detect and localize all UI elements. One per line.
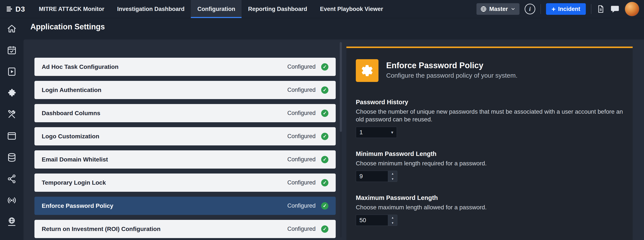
- status-text: Configured: [287, 202, 316, 209]
- nav-item-label: Investigation Dashboard: [117, 6, 184, 13]
- home-icon[interactable]: [7, 24, 17, 34]
- settings-list-item[interactable]: Enforce Password Policy Configured ✓: [34, 197, 336, 215]
- status-text: Configured: [287, 179, 316, 186]
- status-text: Configured: [287, 87, 316, 93]
- tools-icon[interactable]: [7, 109, 17, 119]
- nav-item[interactable]: Event Playbook Viewer: [314, 0, 390, 18]
- settings-list-item[interactable]: Email Domain Whitelist Configured ✓: [34, 150, 336, 169]
- settings-list-item[interactable]: Logo Customization Configured ✓: [34, 127, 336, 145]
- field-description: Choose maximum length allowed for a pass…: [356, 203, 623, 211]
- detail-panel: Enforce Password Policy Configure the pa…: [346, 47, 633, 240]
- spin-down-icon[interactable]: ▼: [388, 220, 397, 226]
- settings-item-label: Email Domain Whitelist: [42, 156, 108, 163]
- spin-up-icon[interactable]: ▲: [388, 171, 397, 176]
- check-icon: ✓: [321, 109, 328, 117]
- settings-list: Ad Hoc Task Configuration Configured ✓ L…: [34, 58, 336, 238]
- top-navigation: MITRE ATT&CK Monitor Investigation Dashb…: [32, 0, 390, 18]
- settings-list-item[interactable]: Ad Hoc Task Configuration Configured ✓: [34, 58, 336, 76]
- top-bar: D3 MITRE ATT&CK Monitor Investigation Da…: [0, 0, 644, 18]
- topbar-right-tools: Master i + Incident: [476, 2, 644, 16]
- nav-item-label: Reporting Dashboard: [248, 6, 307, 13]
- database-icon[interactable]: [7, 153, 17, 162]
- field-label: Password History: [356, 99, 623, 106]
- number-spinner: ▲ ▼: [388, 171, 397, 182]
- share-icon[interactable]: [7, 174, 17, 184]
- detail-header: Enforce Password Policy Configure the pa…: [356, 59, 623, 82]
- caret-down-icon: ▾: [391, 130, 393, 135]
- playbook-icon[interactable]: [7, 67, 17, 77]
- dropdown-select[interactable]: 1 ▾: [356, 127, 397, 138]
- check-icon: ✓: [321, 225, 328, 233]
- incident-label: Incident: [558, 6, 580, 13]
- document-icon[interactable]: [596, 5, 605, 13]
- chat-icon[interactable]: [610, 4, 620, 14]
- puzzle-icon[interactable]: [7, 88, 17, 98]
- user-avatar[interactable]: [625, 2, 639, 16]
- settings-item-label: Ad Hoc Task Configuration: [42, 63, 118, 70]
- app-logo[interactable]: D3: [0, 5, 32, 13]
- info-icon[interactable]: i: [524, 4, 535, 14]
- gear-icon: [356, 59, 378, 82]
- settings-list-item[interactable]: Dashboard Columns Configured ✓: [34, 104, 336, 122]
- settings-list-item[interactable]: Temporary Login Lock Configured ✓: [34, 174, 336, 192]
- detail-title: Enforce Password Policy: [386, 61, 518, 70]
- nav-item-label: MITRE ATT&CK Monitor: [39, 6, 104, 13]
- field-control: ▲ ▼: [356, 215, 623, 226]
- settings-list-item[interactable]: Login Authentication Configured ✓: [34, 81, 336, 99]
- status-text: Configured: [287, 63, 316, 70]
- settings-list-item[interactable]: Return on Investment (ROI) Configuration…: [34, 220, 336, 238]
- plus-icon: +: [552, 6, 556, 13]
- field-block: Maximum Password Length Choose maximum l…: [356, 194, 623, 226]
- status-text: Configured: [287, 133, 316, 140]
- content-area: Ad Hoc Task Configuration Configured ✓ L…: [24, 40, 644, 240]
- scrollbar-thumb[interactable]: [340, 42, 342, 132]
- detail-header-text: Enforce Password Policy Configure the pa…: [386, 59, 518, 79]
- detail-fields: Password History Choose the number of un…: [356, 99, 623, 226]
- field-label: Maximum Password Length: [356, 194, 623, 201]
- field-label: Minimum Password Length: [356, 150, 623, 157]
- field-description: Choose minimum length required for a pas…: [356, 160, 623, 167]
- master-label: Master: [489, 6, 508, 13]
- number-input[interactable]: [356, 171, 388, 182]
- check-icon: ✓: [321, 156, 328, 163]
- chevron-down-icon: [510, 7, 516, 12]
- nav-item[interactable]: Investigation Dashboard: [110, 0, 191, 18]
- globe-underline-icon[interactable]: [7, 217, 17, 227]
- settings-item-label: Login Authentication: [42, 87, 102, 93]
- nav-item[interactable]: Configuration: [191, 0, 242, 18]
- spin-down-icon[interactable]: ▼: [388, 176, 397, 182]
- window-icon[interactable]: [7, 131, 17, 141]
- check-icon: ✓: [321, 179, 328, 186]
- dropdown-value: 1: [360, 129, 363, 136]
- field-control: ▲ ▼: [356, 171, 623, 182]
- number-input[interactable]: [356, 215, 388, 226]
- divider: [591, 4, 591, 14]
- check-icon: ✓: [321, 202, 328, 209]
- list-scrollbar[interactable]: [340, 42, 342, 237]
- check-icon: ✓: [321, 63, 328, 71]
- number-spinner: ▲ ▼: [388, 215, 397, 226]
- master-dropdown-button[interactable]: Master: [476, 3, 520, 15]
- number-input-group: ▲ ▼: [356, 171, 397, 182]
- settings-item-label: Temporary Login Lock: [42, 179, 106, 186]
- number-input-group: ▲ ▼: [356, 215, 397, 226]
- check-icon: ✓: [321, 133, 328, 140]
- nav-item-label: Configuration: [197, 6, 235, 13]
- signal-icon[interactable]: [7, 195, 17, 205]
- nav-item[interactable]: MITRE ATT&CK Monitor: [32, 0, 110, 18]
- calendar-check-icon[interactable]: [7, 45, 17, 55]
- field-block: Minimum Password Length Choose minimum l…: [356, 150, 623, 182]
- spin-up-icon[interactable]: ▲: [388, 215, 397, 220]
- field-description: Choose the number of unique new password…: [356, 108, 623, 123]
- logo-text: D3: [16, 5, 25, 13]
- page-title: Application Settings: [30, 22, 105, 31]
- nav-item-label: Event Playbook Viewer: [320, 6, 383, 13]
- status-text: Configured: [287, 226, 316, 232]
- field-control: 1 ▾: [356, 127, 623, 138]
- logo-bars-icon: [6, 5, 14, 13]
- nav-item[interactable]: Reporting Dashboard: [242, 0, 314, 18]
- add-incident-button[interactable]: + Incident: [546, 3, 586, 15]
- settings-item-label: Logo Customization: [42, 133, 99, 140]
- detail-subtitle: Configure the password policy of your sy…: [386, 72, 518, 79]
- settings-item-label: Dashboard Columns: [42, 110, 100, 117]
